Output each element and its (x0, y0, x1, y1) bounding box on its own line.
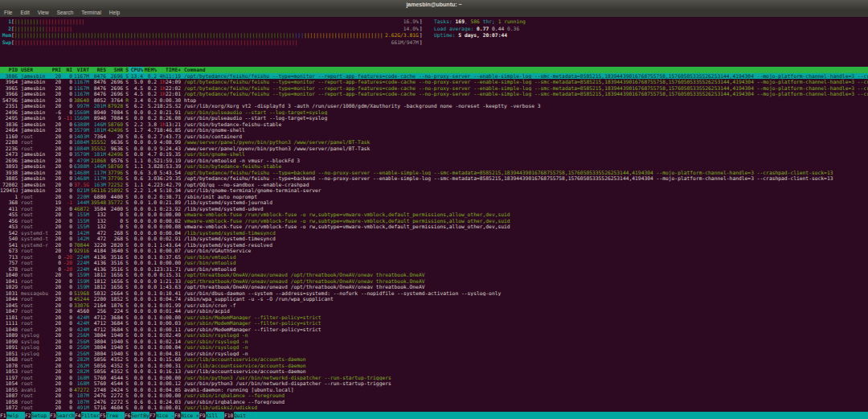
process-row[interactable]: 3964jamesbin2001167M84762696S5.00.21h24:… (0, 79, 868, 85)
process-row[interactable]: 1101root200424M47123684S0.00.10:00.00/us… (0, 314, 868, 321)
process-row[interactable]: 540systemd-t200142M472268S0.00.00:02.91/… (0, 236, 868, 242)
process-row[interactable]: 2464jamesbin2003579M181M42496S1.74.718:4… (0, 127, 868, 134)
menu-file[interactable]: File (4, 9, 12, 17)
fkey-number: F7 (149, 412, 156, 419)
process-row[interactable]: 3938jamesbin2001468M117M37796S0.63.05:43… (0, 170, 868, 176)
process-row[interactable]: 2696jamesbin200479M210689576S1.10.521:59… (0, 158, 868, 164)
column-header-ni[interactable]: NI (61, 67, 72, 73)
process-command: /usr/lib/udisks2/udisksd (184, 405, 868, 411)
process-row[interactable]: 368root19-1144M3954835772S0.01.00:21.89/… (0, 199, 868, 206)
process-table: PIDUSERPRINIVIRTRESSHRSCPU%MEM%TIME+Comm… (0, 67, 868, 412)
menu-help[interactable]: Help (109, 9, 120, 17)
process-row[interactable]: 54796jamesbin2003864080523764R3.40.20:00… (0, 97, 868, 104)
column-header-res[interactable]: RES (89, 67, 106, 73)
process-row[interactable]: 1047root2004560256224S0.00.00:01.44/usr/… (0, 308, 868, 314)
process-command: htop (184, 97, 868, 104)
process-row[interactable]: 2236root2001084M355529636S0.00.99:24.43/… (0, 146, 868, 152)
process-command: /usr/bin/python3 /usr/bin/networkd-dispa… (184, 380, 868, 387)
process-row[interactable]: 757root0-20224M41363516S0.00.10:00.00/us… (0, 260, 868, 266)
process-row[interactable]: 1197root200168M57604544S0.00.10:00.00/us… (0, 375, 868, 381)
column-header-shr[interactable]: SHR (106, 67, 123, 73)
fkey-filter[interactable]: F4Filter (75, 412, 100, 419)
process-row[interactable]: 72002jamesbin20037.5G163M72252S1.14.223:… (0, 182, 868, 188)
process-row[interactable]: 3886jamesbin2001167M84762696S13.40.24h11… (0, 73, 868, 80)
process-row[interactable]: 1040root200159M18121656S0.00.00:15.31/op… (0, 272, 868, 278)
fkey-search[interactable]: F3Search (50, 412, 75, 419)
fkey-sortby[interactable]: F6SortBy (125, 412, 149, 419)
process-row[interactable]: 129453jamesbin200821M5611625892S2.21.45:… (0, 187, 868, 194)
process-row[interactable]: 1160root2001403M736420S0.60.27:43.73/usr… (0, 134, 868, 140)
window-titlebar[interactable]: jamesbin@ubuntu: ~ (0, 0, 868, 9)
process-command: vmware-vmblock-fuse /run/vmblock-fuse -o… (184, 224, 868, 230)
column-header-mem[interactable]: MEM% (143, 67, 157, 73)
process-row[interactable]: 1051syslog200256M38041940S0.00.10:04.81/… (0, 351, 868, 357)
process-row[interactable]: 1089syslog200256M38041940S0.00.10:02.49/… (0, 332, 868, 339)
process-command: /usr/bin/vmtoolsd -n vmusr --blockFd 3 (184, 158, 868, 164)
menu-search[interactable]: Search (57, 9, 74, 17)
process-row[interactable]: 411root2004687235842400S0.00.10:23.92/li… (0, 206, 868, 212)
fkey-quit[interactable]: F10Quit (224, 412, 252, 419)
process-row[interactable]: 1048root200424M47123684S0.00.10:00.11/us… (0, 327, 868, 333)
fkey-number: F9 (199, 412, 206, 419)
process-row[interactable]: 1root200220M68804400S0.00.20:38.71/sbin/… (0, 194, 868, 200)
process-command: /usr/sbin/acpid (184, 308, 868, 314)
process-row[interactable]: 1031messagebu2005196850322664S0.00.10:10… (0, 290, 868, 297)
process-command: /usr/bin/vmtoolsd (184, 266, 868, 273)
column-header-virt[interactable]: VIRT (72, 67, 89, 73)
process-row[interactable]: 2288root2001084M355529636S0.00.94:08.99/… (0, 139, 868, 146)
process-row[interactable]: 1053root200282M50564352S0.00.10:16.13/us… (0, 368, 868, 375)
process-row[interactable]: 1078root200282M50564352S0.00.10:00.31/us… (0, 363, 868, 369)
column-header-cpu[interactable]: CPU% (129, 67, 143, 73)
process-row[interactable]: 3893jamesbin2006388M146M58760S1.13.828:5… (0, 163, 868, 170)
fkey-nice[interactable]: F7Nice - (149, 412, 174, 419)
process-row[interactable]: 1055avahi2004727227482424S0.00.10:04.85a… (0, 387, 868, 393)
process-row[interactable]: 3966jamesbin2001167M84762696S4.50.21h22:… (0, 91, 868, 97)
menu-terminal[interactable]: Terminal (81, 9, 101, 17)
process-row[interactable]: 2495jamesbin9-111560M89407084S0.00.28:26… (0, 115, 868, 121)
fkey-nice+[interactable]: F8Nice + (174, 412, 199, 419)
process-row[interactable]: 673root2009291641843640S0.00.10:00.07/us… (0, 248, 868, 254)
meter-value: 14.0% (403, 26, 419, 33)
column-header-time[interactable]: TIME+ (157, 67, 181, 73)
process-row[interactable]: 678root0-20224M41363516S0.00.123:31.71/u… (0, 266, 868, 273)
process-row[interactable]: 541systemd-r2007084432202820S0.00.11:43.… (0, 242, 868, 249)
meters-column: 1[|||||||||||||||||||||||16.9%]2[|||||||… (2, 18, 429, 48)
fkey-tree[interactable]: F5Tree (100, 412, 125, 419)
process-row[interactable]: 1054root200168M57604544S0.00.10:00.12/us… (0, 380, 868, 387)
process-row[interactable]: 1041root200159M18121656S0.00.01:21.33/op… (0, 278, 868, 285)
column-header-user[interactable]: USER (21, 67, 50, 73)
menu-edit[interactable]: Edit (20, 9, 29, 17)
process-row[interactable]: 453root200155M1320S0.00.00:00.08vmware-v… (0, 224, 868, 230)
fkey-help[interactable]: F1Help (0, 412, 25, 419)
process-row[interactable]: 1087root200107M24762272S0.00.10:00.00/us… (0, 392, 868, 399)
process-row[interactable]: 455root200155M1320S0.00.00:00.00vmware-v… (0, 212, 868, 218)
menu-view[interactable]: View (38, 9, 49, 17)
process-row[interactable]: 1111root200424M47123684S0.00.10:00.03/us… (0, 320, 868, 327)
fkey-number: F3 (50, 412, 56, 419)
process-row[interactable]: 1068root200282M50564352S0.00.10:15.60/us… (0, 356, 868, 363)
process-row[interactable]: 456root200155M1320S0.00.00:00.02vmware-v… (0, 218, 868, 224)
process-row[interactable]: 1090syslog200256M38041940S0.00.10:02.14/… (0, 339, 868, 345)
column-header-s[interactable]: S (123, 67, 129, 73)
fkey-kill[interactable]: F9Kill (199, 412, 224, 419)
process-row[interactable]: 2496jamesbin-601560M89407084S0.00.20:21.… (0, 109, 868, 116)
process-row[interactable]: 3836jamesbin2006388M146M58760S2.23.81h13… (0, 121, 868, 128)
process-row[interactable]: 1029root200159M18121656S0.00.01:43.63/op… (0, 284, 868, 290)
process-row[interactable]: 1091syslog200256M38041940S0.00.10:00.04/… (0, 344, 868, 351)
fkey-setup[interactable]: F2Setup (25, 412, 50, 419)
process-row[interactable]: 1045root2003307621641876S0.00.10:01.99/u… (0, 302, 868, 309)
process-row[interactable]: 713root0-20224M41363516S0.00.10:37.65/us… (0, 254, 868, 261)
column-header-pri[interactable]: PRI (50, 67, 61, 73)
process-row[interactable]: 2473jamesbin2003579M181M42496S0.04.70:19… (0, 151, 868, 158)
column-header-command[interactable]: Command (184, 67, 868, 73)
column-header-pid[interactable]: PID (0, 67, 18, 73)
process-row[interactable]: 542systemd-t200142M472268S0.00.00:00.04/… (0, 230, 868, 236)
process-row[interactable]: 2351jamesbin200997M201M87928S6.25.218:25… (0, 103, 868, 109)
process-row[interactable]: 1044root2004524422001852S0.00.10:04.74/s… (0, 296, 868, 302)
process-row[interactable]: 3965jamesbin2001167M84762696S4.50.21h22:… (0, 85, 868, 92)
process-row[interactable]: 1058root200107M24762272S0.60.10:24.03/us… (0, 399, 868, 405)
meter-label: 1 (2, 18, 11, 26)
process-row[interactable]: 3885jamesbin2001468M117M37796S0.63.036:2… (0, 175, 868, 182)
info-column: Tasks: 169, 586 thr; 1 runningLoad avera… (429, 18, 526, 48)
process-row[interactable]: 1072root200491M57164604S0.00.10:00.01/us… (0, 405, 868, 411)
